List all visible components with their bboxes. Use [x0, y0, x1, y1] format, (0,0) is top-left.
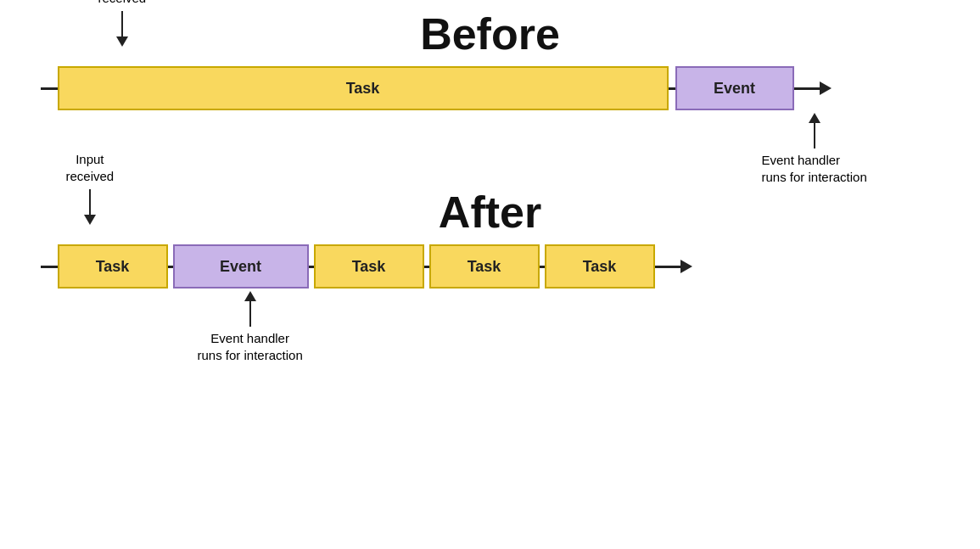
after-task2-box: Task [314, 244, 424, 289]
after-event-arrow-line [249, 301, 251, 327]
after-input-arrow [66, 189, 115, 225]
before-input-arrow-head [116, 36, 128, 47]
after-event-box: Event [173, 244, 309, 289]
after-task4-label: Task [583, 258, 617, 276]
after-task1-label: Task [96, 258, 130, 276]
after-arrowhead [680, 260, 692, 273]
after-task3-label: Task [468, 258, 501, 276]
before-event-box: Event [675, 66, 794, 110]
before-event-arrow-head [809, 113, 820, 123]
before-input-arrow [98, 11, 147, 47]
before-arrowhead [820, 81, 832, 95]
before-line-mid [669, 87, 675, 90]
after-event-label: Event [220, 258, 261, 276]
before-line-end [794, 87, 820, 90]
before-event-annotation: Event handlerruns for interaction [762, 113, 867, 187]
before-wrapper: Inputreceived Event handlerruns for inte… [41, 66, 940, 110]
before-input-annotation: Inputreceived [98, 0, 147, 47]
after-section: After Inputreceived Event handlerruns fo… [0, 187, 980, 289]
after-input-annotation: Inputreceived [66, 151, 115, 225]
before-section: Before Inputreceived Event handlerruns f… [0, 8, 980, 110]
before-input-arrow-line [121, 11, 123, 36]
after-title: After [439, 187, 541, 238]
after-input-arrow-head [84, 215, 96, 225]
before-task-box: Task [58, 66, 669, 110]
after-task3-box: Task [429, 244, 540, 289]
after-event-arrow [198, 291, 303, 327]
before-task-label: Task [346, 80, 380, 98]
diagram-container: Before Inputreceived Event handlerruns f… [0, 0, 980, 549]
before-event-label: Event [714, 80, 755, 98]
after-event-text: Event handlerruns for interaction [198, 331, 303, 362]
before-event-arrow [762, 113, 867, 148]
after-timeline: Task Event Task Task [41, 244, 940, 289]
after-task4-box: Task [545, 244, 655, 289]
before-line-start [41, 87, 58, 90]
before-event-text: Event handlerruns for interaction [762, 153, 867, 184]
after-input-text: Inputreceived [66, 152, 115, 183]
after-line-end [655, 266, 680, 268]
before-title: Before [420, 8, 560, 59]
after-line-start [41, 266, 58, 268]
before-timeline: Task Event [41, 66, 940, 110]
after-task2-label: Task [352, 258, 386, 276]
after-input-arrow-line [89, 189, 91, 215]
after-event-annotation: Event handlerruns for interaction [198, 291, 303, 365]
before-event-arrow-line [814, 123, 815, 148]
after-wrapper: Inputreceived Event handlerruns for inte… [41, 244, 940, 289]
after-task1-box: Task [58, 244, 168, 289]
before-input-text: Inputreceived [98, 0, 147, 5]
after-event-arrow-head [244, 291, 256, 301]
